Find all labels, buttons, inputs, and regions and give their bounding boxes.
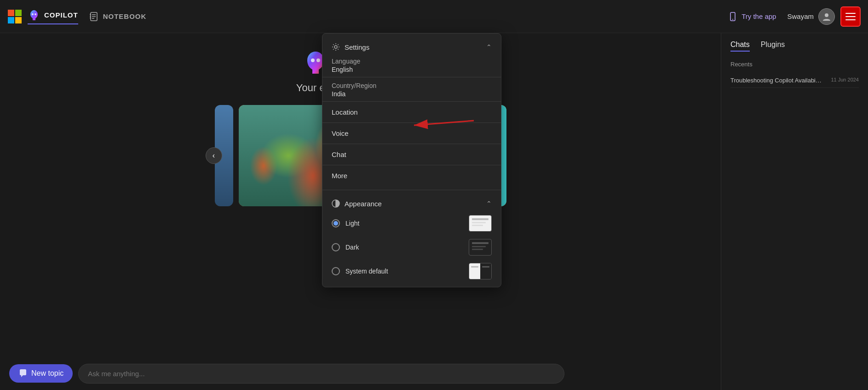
theme-dark-option[interactable]: Dark bbox=[322, 235, 501, 259]
voice-label: Voice bbox=[332, 129, 349, 137]
notebook-icon bbox=[89, 12, 99, 22]
appearance-icon bbox=[332, 199, 340, 208]
hamburger-menu-button[interactable] bbox=[840, 6, 861, 27]
svg-point-18 bbox=[334, 46, 337, 48]
chat-label: Chat bbox=[332, 151, 346, 158]
recents-label: Recents bbox=[730, 61, 859, 68]
country-menu-item[interactable]: Country/Region India bbox=[322, 79, 501, 99]
chat-input[interactable] bbox=[78, 364, 564, 384]
tab-chats[interactable]: Chats bbox=[730, 41, 750, 52]
try-app-label: Try the app bbox=[742, 12, 776, 20]
appearance-section: Appearance ⌃ Light Dark bbox=[322, 192, 501, 287]
recent-item-date: 11 Jun 2024 bbox=[831, 77, 859, 82]
carousel-prev-button[interactable]: ‹ bbox=[206, 147, 222, 164]
settings-header: Settings ⌃ bbox=[322, 39, 501, 55]
svg-rect-10 bbox=[90, 14, 91, 15]
svg-point-14 bbox=[732, 19, 733, 20]
notebook-nav-label: NOTEBOOK bbox=[103, 12, 147, 20]
svg-point-4 bbox=[32, 13, 34, 15]
location-menu-item[interactable]: Location bbox=[322, 104, 501, 121]
tab-plugins[interactable]: Plugins bbox=[761, 41, 785, 52]
dropdown-menu: Settings ⌃ Language English Country/Regi… bbox=[322, 33, 501, 287]
new-topic-label: New topic bbox=[31, 369, 63, 378]
svg-point-17 bbox=[316, 58, 320, 62]
menu-divider-4 bbox=[322, 144, 501, 144]
theme-preview-dark bbox=[469, 239, 492, 256]
bottom-bar: New topic bbox=[0, 357, 574, 390]
user-area[interactable]: Swayam bbox=[787, 8, 835, 25]
topnav: COPILOT NOTEBOOK Try the app Swayam bbox=[0, 0, 868, 33]
user-name: Swayam bbox=[787, 12, 814, 20]
settings-section: Settings ⌃ Language English Country/Regi… bbox=[322, 34, 501, 188]
voice-menu-item[interactable]: Voice bbox=[322, 125, 501, 142]
language-label: Language bbox=[332, 58, 492, 65]
hamburger-line-2 bbox=[845, 16, 856, 17]
language-menu-item[interactable]: Language English bbox=[322, 55, 501, 75]
radio-light bbox=[332, 219, 340, 227]
new-topic-button[interactable]: New topic bbox=[9, 364, 73, 383]
right-tabs: Chats Plugins bbox=[730, 41, 859, 52]
location-label: Location bbox=[332, 108, 358, 116]
menu-divider-1 bbox=[322, 77, 501, 77]
menu-divider-3 bbox=[322, 122, 501, 123]
theme-dark-left: Dark bbox=[332, 243, 359, 251]
settings-chevron-icon: ⌃ bbox=[486, 43, 492, 51]
theme-light-left: Light bbox=[332, 219, 359, 227]
copilot-icon-small bbox=[28, 9, 40, 22]
right-panel: Chats Plugins Recents Troubleshooting Co… bbox=[721, 33, 868, 390]
svg-rect-0 bbox=[8, 10, 14, 16]
svg-rect-11 bbox=[90, 16, 91, 17]
menu-divider-5 bbox=[322, 165, 501, 165]
nav-notebook[interactable]: NOTEBOOK bbox=[89, 12, 147, 22]
appearance-label: Appearance bbox=[345, 200, 382, 208]
language-value: English bbox=[332, 66, 492, 73]
more-menu-item[interactable]: More bbox=[322, 167, 501, 184]
appearance-title: Appearance bbox=[332, 199, 382, 208]
theme-dark-label: Dark bbox=[345, 244, 359, 251]
settings-title: Settings bbox=[332, 43, 369, 51]
theme-preview-system bbox=[469, 263, 492, 279]
try-app-button[interactable]: Try the app bbox=[728, 12, 776, 22]
radio-light-fill bbox=[333, 221, 338, 226]
theme-preview-light bbox=[469, 215, 492, 232]
theme-system-left: System default bbox=[332, 267, 388, 275]
hamburger-line-1 bbox=[845, 13, 856, 14]
recent-item[interactable]: Troubleshooting Copilot Availability Err… bbox=[730, 73, 859, 88]
radio-dark bbox=[332, 243, 340, 251]
more-label: More bbox=[332, 172, 347, 180]
theme-light-label: Light bbox=[345, 220, 359, 227]
appearance-header: Appearance ⌃ bbox=[322, 196, 501, 211]
svg-point-5 bbox=[34, 13, 36, 15]
radio-system bbox=[332, 267, 340, 275]
country-label: Country/Region bbox=[332, 82, 492, 89]
chat-menu-item[interactable]: Chat bbox=[322, 146, 501, 163]
svg-rect-3 bbox=[15, 17, 22, 23]
appearance-chevron-icon: ⌃ bbox=[486, 200, 492, 207]
country-value: India bbox=[332, 90, 492, 98]
chat-bubble-icon bbox=[18, 369, 28, 378]
hamburger-line-3 bbox=[845, 19, 856, 20]
menu-divider-appearance bbox=[322, 190, 501, 190]
theme-system-option[interactable]: System default bbox=[322, 259, 501, 283]
theme-system-label: System default bbox=[345, 268, 388, 275]
svg-point-15 bbox=[825, 13, 828, 17]
recent-item-title: Troubleshooting Copilot Availability Err bbox=[730, 77, 822, 84]
copilot-nav-label: COPILOT bbox=[44, 11, 78, 19]
phone-icon bbox=[728, 12, 738, 22]
menu-divider-2 bbox=[322, 101, 501, 102]
svg-rect-2 bbox=[8, 17, 14, 23]
theme-light-option[interactable]: Light bbox=[322, 211, 501, 235]
svg-rect-1 bbox=[15, 10, 22, 16]
settings-icon bbox=[332, 43, 340, 51]
nav-copilot[interactable]: COPILOT bbox=[28, 9, 78, 24]
svg-point-16 bbox=[311, 58, 315, 62]
user-avatar bbox=[818, 8, 835, 25]
windows-logo-icon bbox=[7, 9, 22, 24]
settings-label: Settings bbox=[345, 43, 369, 51]
svg-rect-12 bbox=[90, 17, 91, 18]
